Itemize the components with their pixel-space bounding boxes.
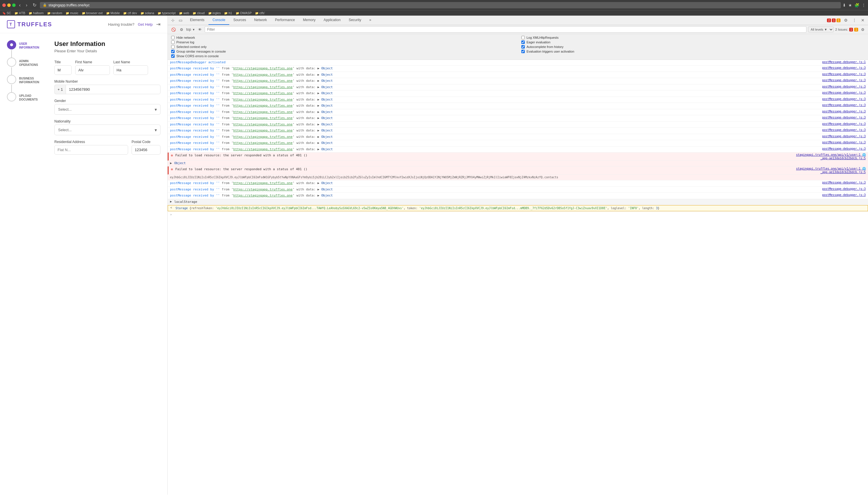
issues-badge[interactable]: 2 1 1 xyxy=(827,18,841,22)
levels-select[interactable]: All levels ▼ xyxy=(808,27,834,32)
console-source-pm-16[interactable]: postMessage-debugger.js:3 xyxy=(822,187,866,190)
group-similar-checkbox[interactable] xyxy=(171,50,174,53)
bookmark-ctfs[interactable]: 📁ctfs' xyxy=(255,11,265,15)
maximize-dot[interactable] xyxy=(12,3,16,7)
title-input[interactable] xyxy=(54,65,72,75)
tab-console[interactable]: Console xyxy=(209,16,229,25)
console-source-pm-13[interactable]: postMessage-debugger.js:3 xyxy=(822,141,866,144)
extensions-icon[interactable]: 🧩 xyxy=(854,3,859,8)
console-source-pm-5[interactable]: postMessage-debugger.js:3 xyxy=(822,91,866,94)
bookmark-htb[interactable]: 📁HTB xyxy=(14,11,25,15)
bookmark-sc[interactable]: 🔖SC xyxy=(2,11,11,15)
minimize-dot[interactable] xyxy=(7,3,11,7)
console-input[interactable] xyxy=(174,213,866,216)
console-settings-icon[interactable]: ⚙ xyxy=(179,27,184,32)
console-source-pm-8[interactable]: postMessage-debugger.js:3 xyxy=(822,110,866,113)
tab-sources[interactable]: Sources xyxy=(229,16,250,25)
bookmark-browser-ext[interactable]: 📁browser ext xyxy=(82,11,103,15)
console-output[interactable]: postMessageDebugger activated postMessag… xyxy=(168,60,868,495)
console-line-pm-3: postMessage received by '' from 'https:/… xyxy=(168,78,868,84)
more-options-icon[interactable]: ⋮ xyxy=(851,17,858,24)
console-source-pm-17[interactable]: postMessage-debugger.js:3 xyxy=(822,193,866,197)
tab-performance[interactable]: Performance xyxy=(271,16,299,25)
autocomplete-checkbox[interactable] xyxy=(521,45,525,48)
eval-triggers-checkbox[interactable] xyxy=(521,50,525,53)
console-line-debugger-activated: postMessageDebugger activated postMessag… xyxy=(168,60,868,66)
browser-actions: ⬇ ★ 🧩 ⋮ xyxy=(842,3,866,8)
console-source-pm-2[interactable]: postMessage-debugger.js:3 xyxy=(822,72,866,76)
url-bar[interactable]: 🔒 stagingapp.truffles.one/kyc xyxy=(40,2,841,9)
bookmark-icon[interactable]: ★ xyxy=(848,3,852,8)
phone-input[interactable] xyxy=(66,85,160,94)
preserve-log-checkbox[interactable] xyxy=(171,41,174,44)
console-source-pm-1[interactable]: postMessage-debugger.js:3 xyxy=(822,66,866,69)
back-button[interactable]: ‹ xyxy=(17,2,22,9)
console-source-pm-4[interactable]: postMessage-debugger.js:3 xyxy=(822,85,866,88)
console-source-pm-11[interactable]: postMessage-debugger.js:3 xyxy=(822,128,866,131)
close-dot[interactable] xyxy=(2,3,6,7)
bookmark-h1[interactable]: 📁h1 xyxy=(224,11,232,15)
hide-network-checkbox[interactable] xyxy=(171,36,174,39)
last-name-input[interactable] xyxy=(113,65,148,75)
postal-input[interactable] xyxy=(131,145,160,155)
download-icon[interactable]: ⬇ xyxy=(842,3,846,8)
bookmark-web[interactable]: 📁web xyxy=(179,11,189,15)
error-source-2b[interactable]: _app-ae13da1dcb22bdcb.js:5 xyxy=(820,170,866,174)
console-source-debugger[interactable]: postMessage-debugger.js:1 xyxy=(822,60,866,63)
bookmark-typescript[interactable]: 📁typescript xyxy=(157,11,176,15)
tab-elements[interactable]: Elements xyxy=(186,16,209,25)
setting-cors-errors: Show CORS errors in console xyxy=(171,54,514,58)
cors-errors-checkbox[interactable] xyxy=(171,54,174,58)
bookmark-solana[interactable]: 📁solana xyxy=(141,11,154,15)
close-devtools-icon[interactable]: ✕ xyxy=(860,17,866,24)
console-source-pm-3[interactable]: postMessage-debugger.js:3 xyxy=(822,79,866,82)
bookmark-mobile[interactable]: 📁Mobile xyxy=(106,11,120,15)
nationality-select[interactable]: Select... xyxy=(54,125,160,135)
filter-input[interactable] xyxy=(205,26,807,33)
gender-select[interactable]: Select... Male Female xyxy=(54,104,160,115)
expand-object-icon[interactable]: ▶ xyxy=(170,161,172,165)
tab-network[interactable]: Network xyxy=(250,16,271,25)
pm-text-6: postMessage received by '' from 'https:/… xyxy=(170,97,820,102)
tab-more[interactable]: » xyxy=(365,16,375,25)
tab-memory[interactable]: Memory xyxy=(299,16,320,25)
console-source-pm-7[interactable]: postMessage-debugger.js:3 xyxy=(822,103,866,106)
log-xhr-checkbox[interactable] xyxy=(521,36,525,39)
tab-application[interactable]: Application xyxy=(320,16,345,25)
forward-button[interactable]: › xyxy=(24,2,29,9)
eye-icon[interactable]: 👁 xyxy=(197,27,203,32)
bookmark-cloud[interactable]: 📁cloud xyxy=(193,11,205,15)
refresh-button[interactable]: ↻ xyxy=(31,2,38,9)
localstorage-expand-icon[interactable]: ▶ xyxy=(170,200,172,203)
tab-security[interactable]: Security xyxy=(345,16,365,25)
eager-eval-checkbox[interactable] xyxy=(521,41,525,44)
bookmark-ingles[interactable]: 📁ingles xyxy=(208,11,221,15)
logout-button[interactable]: ⇥ xyxy=(156,21,160,27)
bookmark-random[interactable]: 📁random xyxy=(47,11,62,15)
get-help-link[interactable]: Get Help xyxy=(138,22,153,27)
nationality-label: Nationality xyxy=(54,119,160,123)
inspect-icon[interactable]: ⊹ xyxy=(170,17,176,24)
device-icon[interactable]: ▭ xyxy=(178,17,184,24)
bookmark-halborn[interactable]: 📁halborn xyxy=(29,11,44,15)
console-source-pm-15[interactable]: postMessage-debugger.js:3 xyxy=(822,181,866,184)
console-source-pm-12[interactable]: postMessage-debugger.js:3 xyxy=(822,134,866,138)
object-expand-text[interactable]: Object xyxy=(174,161,186,165)
settings-gear-icon[interactable]: ⚙ xyxy=(843,17,849,24)
bookmark-music[interactable]: 📁music xyxy=(66,11,78,15)
first-name-input[interactable] xyxy=(75,65,110,75)
selected-context-checkbox[interactable] xyxy=(171,45,174,48)
settings-cog-icon[interactable]: ⚙ xyxy=(860,27,866,32)
error-source-1b[interactable]: _app-ae13da1dcb22bdcb.js:5 xyxy=(820,157,866,160)
clear-console-icon[interactable]: 🚫 xyxy=(170,27,177,32)
bookmark-owasp[interactable]: 📁OWASP xyxy=(236,11,252,15)
bookmark-ctf-dev[interactable]: 📁ctf dev xyxy=(123,11,137,15)
error-source-1a[interactable]: stagingapi.truffles.one/api/v1/user:1 🌐 xyxy=(796,153,866,156)
error-source-2a[interactable]: stagingapi.truffles.one/api/v1/user:1 🌐 xyxy=(796,167,866,170)
console-source-pm-14[interactable]: postMessage-debugger.js:3 xyxy=(822,147,866,150)
console-source-pm-6[interactable]: postMessage-debugger.js:3 xyxy=(822,97,866,101)
console-source-pm-10[interactable]: postMessage-debugger.js:3 xyxy=(822,122,866,125)
residential-input[interactable] xyxy=(54,145,128,155)
menu-icon[interactable]: ⋮ xyxy=(862,3,866,8)
console-source-pm-9[interactable]: postMessage-debugger.js:3 xyxy=(822,116,866,119)
